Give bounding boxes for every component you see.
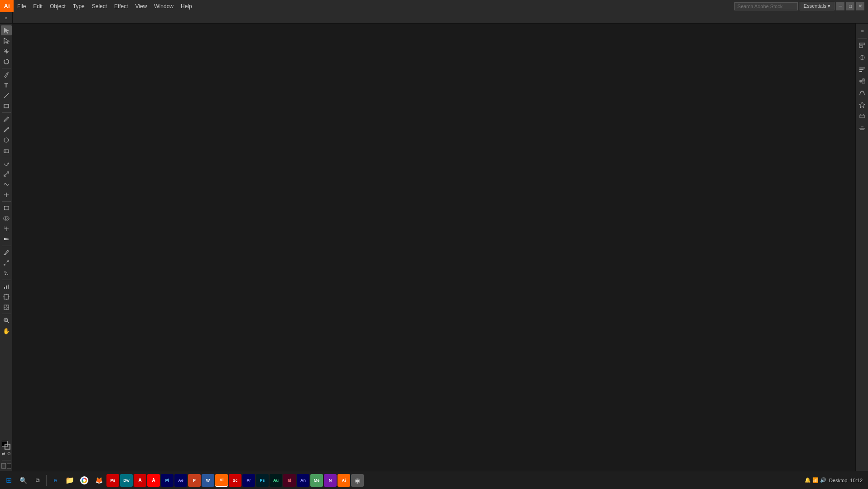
taskbar-ps-red[interactable]: Ps [106, 474, 119, 487]
panel-btn-4[interactable] [857, 76, 868, 87]
rectangle-tool[interactable] [1, 101, 12, 111]
taskbar-ai-active[interactable]: Ai [215, 474, 228, 487]
svg-point-60 [862, 78, 865, 81]
taskbar-firefox[interactable]: 🦊 [92, 474, 106, 487]
text-tool[interactable]: T [1, 80, 12, 90]
taskbar-acrobat[interactable]: A [134, 474, 146, 487]
shaper-tool[interactable] [1, 135, 12, 145]
screen-mode-buttons [1, 462, 12, 470]
free-transform-tool[interactable] [1, 203, 12, 213]
direct-selection-tool[interactable] [1, 36, 12, 46]
taskbar-search[interactable]: 🔍 [16, 474, 30, 487]
artboard-tool[interactable] [1, 292, 12, 302]
taskbar-start[interactable]: ⊞ [2, 474, 15, 487]
tool-separator-8 [2, 460, 11, 460]
taskbar-taskview[interactable]: ⧉ [31, 474, 44, 487]
paintbrush-tool[interactable] [1, 114, 12, 124]
taskbar-pr[interactable]: Pr [242, 474, 255, 487]
warp-tool[interactable] [1, 179, 12, 189]
rotate-tool[interactable] [1, 159, 12, 169]
essentials-button[interactable]: Essentials ▾ [800, 2, 834, 10]
column-graph-tool[interactable] [1, 281, 12, 291]
panel-btn-2[interactable] [857, 52, 868, 63]
svg-rect-19 [4, 206, 5, 207]
taskbar-sc[interactable]: Sc [229, 474, 241, 487]
svg-marker-16 [4, 194, 5, 195]
pencil-tool[interactable] [1, 125, 12, 135]
taskbar-word[interactable]: W [202, 474, 214, 487]
none-icon[interactable]: ∅ [7, 451, 11, 458]
menu-edit[interactable]: Edit [29, 0, 46, 12]
svg-rect-56 [859, 68, 865, 68]
panel-divider [858, 38, 867, 39]
taskbar-me[interactable]: Me [310, 474, 323, 487]
svg-point-71 [83, 479, 86, 482]
selection-tool[interactable] [1, 25, 12, 35]
taskbar-an[interactable]: An [297, 474, 309, 487]
eraser-tool[interactable] [1, 145, 12, 155]
minimize-button[interactable]: ─ [836, 2, 844, 10]
shape-builder-tool[interactable] [1, 213, 12, 223]
normal-screen-btn[interactable] [1, 463, 6, 469]
eyedropper-tool[interactable] [1, 247, 12, 257]
restore-button[interactable]: □ [846, 2, 854, 10]
left-toolbar: T [0, 24, 13, 471]
menu-type[interactable]: Type [69, 0, 88, 12]
scale-tool[interactable] [1, 169, 12, 179]
fill-stroke-indicator[interactable] [1, 440, 12, 450]
stroke-box [5, 444, 10, 450]
taskbar-ie[interactable]: e [48, 474, 62, 487]
zoom-tool[interactable] [1, 315, 12, 325]
menu-help[interactable]: Help [177, 0, 196, 12]
menu-object[interactable]: Object [46, 0, 69, 12]
taskbar-prelude[interactable]: Pl [161, 474, 174, 487]
menu-file[interactable]: File [14, 0, 29, 12]
swap-icon[interactable]: ⇄ [2, 451, 5, 458]
panel-btn-1[interactable] [857, 40, 868, 51]
taskbar-chrome[interactable] [77, 474, 91, 487]
taskbar-id[interactable]: Id [283, 474, 296, 487]
taskbar-folder[interactable]: 📁 [63, 474, 77, 487]
taskbar-ae[interactable]: Ae [174, 474, 187, 487]
magic-wand-tool[interactable] [1, 46, 12, 56]
panel-btn-5[interactable] [857, 87, 868, 98]
panel-btn-8[interactable] [857, 123, 868, 134]
panel-btn-3[interactable] [857, 64, 868, 75]
symbol-sprayer-tool[interactable] [1, 268, 12, 278]
svg-rect-63 [860, 115, 864, 118]
menu-view[interactable]: View [132, 0, 151, 12]
taskbar-ps2[interactable]: Ps [256, 474, 269, 487]
desktop-label[interactable]: Desktop [829, 478, 847, 483]
search-input[interactable] [734, 2, 798, 10]
toolbar-expand[interactable]: » [0, 12, 13, 23]
mesh-tool[interactable] [1, 224, 12, 234]
panel-toggle-1[interactable]: ≡ [857, 25, 868, 36]
options-bar: » [0, 12, 868, 24]
slice-tool[interactable] [1, 302, 12, 312]
close-button[interactable]: ✕ [856, 2, 864, 10]
tool-separator-6 [2, 280, 11, 280]
taskbar-acrobat2[interactable]: A [147, 474, 160, 487]
menu-effect[interactable]: Effect [111, 0, 131, 12]
taskbar-au[interactable]: Au [270, 474, 282, 487]
pen-tool[interactable] [1, 70, 12, 80]
full-screen-btn[interactable] [7, 463, 11, 469]
width-tool[interactable] [1, 190, 12, 200]
taskbar-dw[interactable]: Dw [120, 474, 133, 487]
panel-btn-7[interactable] [857, 111, 868, 122]
taskbar-ppt[interactable]: P [188, 474, 201, 487]
svg-line-32 [5, 261, 8, 265]
lasso-tool[interactable] [1, 57, 12, 67]
taskbar-onenote[interactable]: N [324, 474, 337, 487]
taskbar-extra[interactable]: ◉ [351, 474, 364, 487]
gradient-tool[interactable] [1, 234, 12, 244]
taskbar-ai2[interactable]: Ai [338, 474, 350, 487]
menu-window[interactable]: Window [150, 0, 177, 12]
svg-line-13 [4, 172, 9, 176]
menu-select[interactable]: Select [88, 0, 111, 12]
hand-tool[interactable]: ✋ [1, 326, 12, 336]
blend-tool[interactable] [1, 258, 12, 268]
panel-btn-6[interactable] [857, 99, 868, 110]
ai-logo: Ai [0, 0, 14, 12]
line-tool[interactable] [1, 91, 12, 101]
